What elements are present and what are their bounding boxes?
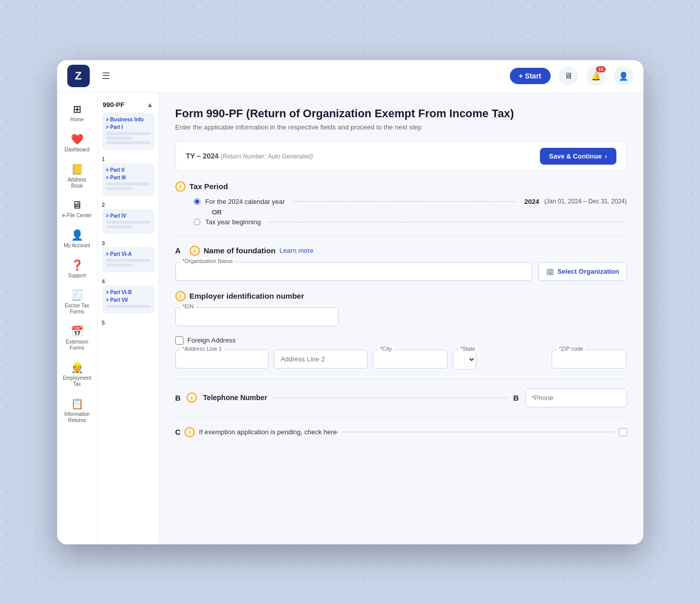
select-organization-button[interactable]: 🏢 Select Organization [538,262,627,281]
phone-input[interactable] [525,388,627,407]
support-icon: ❓ [71,259,84,271]
city-label: *City [378,346,394,352]
org-name-input[interactable] [175,262,533,281]
city-input[interactable] [373,350,448,369]
stepper-panel: 990-PF ▲ > Business Info > Part I 1 > Pa… [98,93,159,544]
step-number-3: 3 [102,238,154,247]
ein-wrap: *EIN [175,307,339,326]
foreign-address-label: Foreign Address [188,336,236,344]
tax-period-radio-2024[interactable] [194,198,200,205]
tax-period-radio-custom[interactable] [194,219,200,225]
section-ein: i Employer identification number *EIN [175,291,627,326]
screen-share-button[interactable]: 🖥 [559,66,578,86]
step-5-subtitle: > Part VII [106,297,150,303]
form-title: Form 990-PF (Return of Organization Exem… [175,107,627,120]
tax-period-option1-label: For the 2024 calendar year [205,198,285,205]
menu-toggle-icon[interactable]: ☰ [102,70,110,82]
ein-input[interactable] [175,307,339,326]
sidebar-label-support: Support [68,273,86,279]
tax-period-year: 2024 [524,198,539,205]
learn-more-link[interactable]: Learn more [279,247,313,254]
tax-period-option1-row: For the 2024 calendar year 2024 (Jan 01,… [194,198,627,205]
sidebar-label-address-book: Address Book [62,177,92,189]
sidebar-item-home[interactable]: ⊞ Home [59,99,95,127]
save-continue-button[interactable]: Save & Continue › [540,148,616,165]
section-c-checkbox[interactable] [619,428,627,436]
dashboard-icon: ❤️ [71,133,84,145]
zip-label: *ZIP code [557,346,585,352]
section-a: A i Name of foundation Learn more *Organ… [175,246,627,281]
step-2-title: > Part II [106,167,150,173]
content-area: 990-PF ▲ > Business Info > Part I 1 > Pa… [98,93,643,544]
phone-wrap [525,388,627,407]
tax-period-option2-label: Tax year beginning [205,218,261,226]
sidebar-item-excise-tax[interactable]: 🧾 Excise Tax Forms [59,285,95,319]
city-wrap: *City [373,350,448,370]
section-a-info-icon: i [190,246,200,256]
sidebar-label-my-account: My Account [64,243,90,249]
sidebar-label-excise-tax: Excise Tax Forms [62,303,92,315]
address-line1-input[interactable] [175,350,269,369]
topbar: Z ☰ + Start 🖥 🔔 15 👤 [57,60,643,93]
sidebar-item-dashboard[interactable]: ❤️ Dashboard [59,129,95,157]
form-subtitle: Enter the applicable information in the … [175,123,627,131]
step-card-1[interactable]: > Business Info > Part I [102,113,154,150]
sidebar-label-efile: e-File Center [62,213,92,219]
step-2-subtitle: > Part III [106,175,150,180]
form-area: Form 990-PF (Return of Organization Exem… [159,93,643,544]
foreign-address-row: Foreign Address [175,336,627,345]
step-card-4[interactable]: > Part VI-A [102,247,154,272]
address-line2-input[interactable] [274,350,368,369]
sidebar-label-employment-tax: Employment Tax [62,375,92,387]
sidebar-item-extension-forms[interactable]: 📅 Extension Forms [59,321,95,355]
stepper-collapse-icon[interactable]: ▲ [147,101,153,109]
sidebar-item-information-returns[interactable]: 📋 Information Returns [59,393,95,428]
account-button[interactable]: 👤 [614,66,633,86]
or-text: OR [194,208,627,216]
address-line1-label: *Address Line 1 [180,346,224,352]
state-label: *State [458,346,477,352]
section-c-info-icon: i [185,427,195,437]
tax-period-title: Tax Period [190,182,228,191]
notification-badge: 15 [596,66,605,72]
sidebar-item-support[interactable]: ❓ Support [59,255,95,283]
address-fields-row: *Address Line 1 *City *State [175,350,627,370]
notifications-button[interactable]: 🔔 15 [586,66,606,86]
sidebar: ⊞ Home ❤️ Dashboard 📒 Address Book 🖥 e-F… [57,93,98,544]
step-card-2[interactable]: > Part II > Part III [102,163,154,196]
stepper-header: 990-PF ▲ [102,99,154,113]
telephone-label: Telephone Number [203,393,267,402]
app-logo: Z [67,65,90,87]
org-name-label: *Organization Name [180,258,235,264]
employment-tax-icon: 👷 [71,361,84,374]
efile-icon: 🖥 [72,199,82,211]
tax-period-info-icon: i [175,181,186,192]
sidebar-item-my-account[interactable]: 👤 My Account [59,225,95,253]
step-card-3[interactable]: > Part IV [102,209,154,234]
section-c-letter: C [175,428,181,436]
sidebar-item-employment-tax[interactable]: 👷 Employment Tax [59,357,95,391]
address-line1-wrap: *Address Line 1 [175,350,269,370]
step-1-subtitle: > Part I [106,124,150,130]
address-book-icon: 📒 [71,163,84,175]
ein-label: *EIN [180,303,196,309]
foreign-address-checkbox[interactable] [175,336,184,345]
state-select[interactable] [453,350,476,370]
extension-forms-icon: 📅 [71,325,84,337]
step-card-5[interactable]: > Part VI-B > Part VII [102,285,154,313]
section-a-title: Name of foundation [204,246,276,255]
sidebar-item-efile-center[interactable]: 🖥 e-File Center [59,195,95,223]
sidebar-label-dashboard: Dashboard [65,147,90,153]
tax-period-section: i Tax Period For the 2024 calendar year … [175,181,627,226]
chevron-right-icon: › [605,152,607,160]
sidebar-label-information-returns: Information Returns [62,411,92,424]
tax-period-option2-row: Tax year beginning [194,218,627,226]
start-button[interactable]: + Start [510,68,551,84]
section-b-row: B i Telephone Number B [175,388,627,407]
zip-input[interactable] [552,350,627,369]
ty-text: TY – 2024 (Return Number: Auto Generated… [186,152,313,160]
org-name-wrap: *Organization Name [175,262,533,281]
sidebar-item-address-book[interactable]: 📒 Address Book [59,159,95,193]
section-b-b-label: B [513,393,519,402]
sidebar-label-extension-forms: Extension Forms [62,339,92,351]
